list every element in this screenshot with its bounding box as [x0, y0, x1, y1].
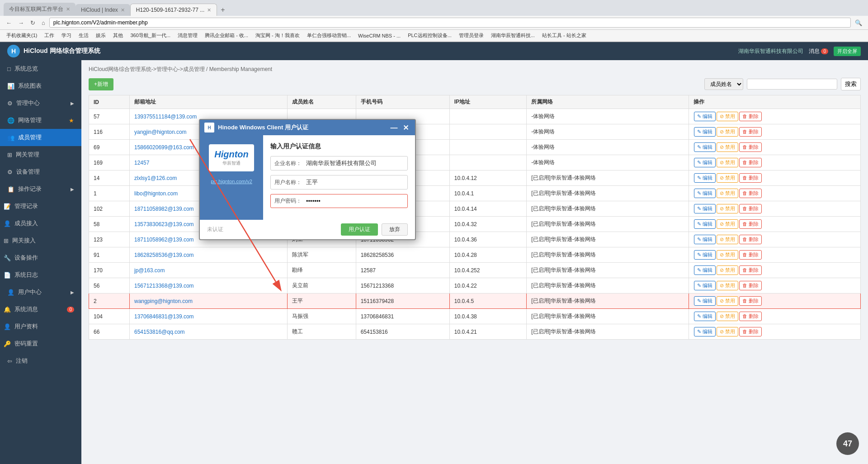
disable-button[interactable]: ⊘ 禁用: [717, 265, 738, 275]
email-link[interactable]: 18711058962@139.com: [134, 237, 194, 243]
tab-3[interactable]: H120-1509-1617-2932-77 ... ✕: [130, 4, 217, 16]
delete-button[interactable]: 🗑 删除: [739, 189, 762, 198]
disable-button[interactable]: ⊘ 禁用: [717, 312, 738, 321]
delete-button[interactable]: 🗑 删除: [739, 281, 762, 290]
disable-button[interactable]: ⊘ 禁用: [717, 281, 738, 290]
delete-button[interactable]: 🗑 删除: [739, 235, 762, 244]
disable-button[interactable]: ⊘ 禁用: [717, 327, 738, 336]
auth-dialog[interactable]: H Hinode Windows Client 用户认证 — ✕: [199, 119, 416, 240]
disable-button[interactable]: ⊘ 禁用: [717, 296, 738, 306]
sidebar-item-system-log[interactable]: 📄 系统日志: [0, 266, 81, 284]
bookmark-1[interactable]: 工作: [42, 31, 57, 40]
disable-button[interactable]: ⊘ 禁用: [717, 112, 738, 121]
email-link[interactable]: 654153816@qq.com: [134, 329, 185, 335]
auth-cancel-button[interactable]: 放弃: [382, 223, 408, 236]
edit-button[interactable]: ✎ 编辑: [694, 327, 716, 336]
edit-button[interactable]: ✎ 编辑: [694, 158, 716, 167]
delete-button[interactable]: 🗑 删除: [739, 142, 762, 152]
sidebar-item-system-map[interactable]: 📊 系统图表: [0, 77, 81, 95]
bookmark-0[interactable]: 手机收藏夹(1): [4, 31, 40, 40]
forward-button[interactable]: →: [16, 19, 26, 27]
password-input[interactable]: [306, 198, 404, 204]
edit-button[interactable]: ✎ 编辑: [694, 281, 716, 290]
delete-button[interactable]: 🗑 删除: [739, 219, 762, 229]
sidebar-item-network-management[interactable]: 🌐 网络管理 ★: [0, 112, 81, 129]
disable-button[interactable]: ⊘ 禁用: [717, 219, 738, 229]
delete-button[interactable]: 🗑 删除: [739, 312, 762, 321]
bookmark-3[interactable]: 生活: [76, 31, 91, 40]
email-link[interactable]: 18628258536@139.com: [134, 252, 194, 258]
sidebar-item-member-management[interactable]: 👥 成员管理: [0, 129, 81, 146]
sidebar-item-logout[interactable]: ⇦ 注销: [0, 352, 81, 369]
edit-button[interactable]: ✎ 编辑: [694, 204, 716, 213]
sidebar-item-gateway-access[interactable]: ⊞ 网关接入: [0, 232, 81, 249]
search-button[interactable]: 搜索: [841, 78, 861, 90]
search-icon[interactable]: 🔍: [853, 19, 864, 27]
sidebar-item-device-management[interactable]: ⚙ 设备管理: [0, 163, 81, 180]
new-tab-button[interactable]: +: [217, 4, 228, 16]
disable-button[interactable]: ⊘ 禁用: [717, 158, 738, 167]
edit-button[interactable]: ✎ 编辑: [694, 112, 716, 121]
bookmark-4[interactable]: 娱乐: [93, 31, 108, 40]
email-link[interactable]: zlxlsy1@126.com: [134, 175, 177, 181]
disable-button[interactable]: ⊘ 禁用: [717, 127, 738, 137]
bookmark-12[interactable]: PLC远程控制设备...: [405, 31, 454, 40]
edit-button[interactable]: ✎ 编辑: [694, 142, 716, 152]
delete-button[interactable]: 🗑 删除: [739, 112, 762, 121]
disable-button[interactable]: ⊘ 禁用: [717, 250, 738, 260]
edit-button[interactable]: ✎ 编辑: [694, 250, 716, 260]
tab-2[interactable]: HiCloud | Index ✕: [75, 4, 130, 16]
sidebar-item-system-messages[interactable]: 🔔 系统消息 0: [0, 301, 81, 318]
bottom-widget[interactable]: 47: [836, 432, 859, 455]
filter-select[interactable]: 成员姓名 邮箱 手机号: [704, 78, 743, 90]
sidebar-item-gateway-management[interactable]: ⊞ 网关管理: [0, 146, 81, 163]
sidebar-item-operation-records[interactable]: 📋 操作记录 ▶: [0, 180, 81, 198]
tab-2-close[interactable]: ✕: [121, 7, 125, 13]
edit-button[interactable]: ✎ 编辑: [694, 296, 716, 306]
email-link[interactable]: libo@hignton.com: [134, 190, 178, 197]
email-link[interactable]: 139375511184@139.com: [134, 114, 197, 120]
search-input[interactable]: [747, 79, 837, 90]
delete-button[interactable]: 🗑 删除: [739, 204, 762, 213]
fullscreen-button[interactable]: 开启全屏: [834, 47, 861, 56]
tab-1-close[interactable]: ✕: [66, 6, 70, 12]
disable-button[interactable]: ⊘ 禁用: [717, 189, 738, 198]
sidebar-item-user-center[interactable]: 👤 用户中心 ▶: [0, 284, 81, 301]
edit-button[interactable]: ✎ 编辑: [694, 173, 716, 183]
delete-button[interactable]: 🗑 删除: [739, 250, 762, 260]
bookmark-7[interactable]: 消息管理: [175, 31, 200, 40]
tab-3-close[interactable]: ✕: [207, 7, 211, 13]
delete-button[interactable]: 🗑 删除: [739, 265, 762, 275]
modal-brand-url[interactable]: plc.hignton.com/v2: [211, 179, 252, 184]
email-link[interactable]: 13706846831@139.com: [134, 313, 194, 320]
email-link[interactable]: 12457: [134, 160, 149, 166]
bookmark-14[interactable]: 湖南华辰智通科技...: [488, 31, 538, 40]
sidebar-item-management-center[interactable]: ⚙ 管理中心 ▶: [0, 95, 81, 112]
email-link[interactable]: 13573830623@139.com: [134, 221, 194, 227]
disable-button[interactable]: ⊘ 禁用: [717, 142, 738, 152]
email-link[interactable]: 18711058982@139.com: [134, 206, 194, 212]
bookmark-2[interactable]: 学习: [59, 31, 74, 40]
delete-button[interactable]: 🗑 删除: [739, 127, 762, 137]
back-button[interactable]: ←: [4, 19, 14, 27]
home-button[interactable]: ⌂: [39, 19, 47, 27]
add-member-button[interactable]: +新增: [89, 78, 113, 90]
delete-button[interactable]: 🗑 删除: [739, 158, 762, 167]
modal-minimize-button[interactable]: —: [388, 124, 399, 132]
sidebar-item-member-access[interactable]: 👤 成员接入: [0, 215, 81, 232]
edit-button[interactable]: ✎ 编辑: [694, 127, 716, 137]
delete-button[interactable]: 🗑 删除: [739, 296, 762, 306]
sidebar-item-system-overview[interactable]: □ 系统总览: [0, 60, 81, 77]
auth-confirm-button[interactable]: 用户认证: [341, 223, 378, 236]
form-row-password[interactable]: 用户密码：: [270, 194, 408, 208]
edit-button[interactable]: ✎ 编辑: [694, 265, 716, 275]
email-link[interactable]: yangjin@hignton.com: [134, 129, 187, 135]
address-bar[interactable]: [49, 18, 851, 28]
messages-link[interactable]: 消息 0: [809, 47, 828, 55]
disable-button[interactable]: ⊘ 禁用: [717, 173, 738, 183]
bookmark-9[interactable]: 淘宝网 - 淘！我喜欢: [253, 31, 302, 40]
refresh-button[interactable]: ↻: [28, 19, 38, 27]
email-link[interactable]: wangping@hignton.com: [134, 298, 193, 304]
bookmark-8[interactable]: 腾讯企业邮箱 - 收...: [202, 31, 251, 40]
disable-button[interactable]: ⊘ 禁用: [717, 204, 738, 213]
